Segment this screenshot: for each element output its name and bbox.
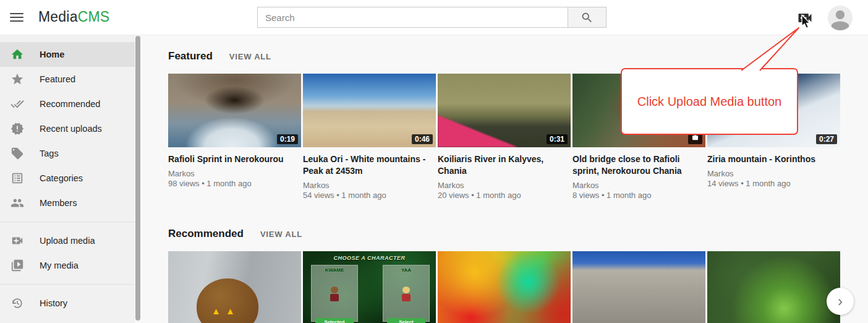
done-all-icon — [11, 97, 24, 111]
video-title[interactable]: Leuka Ori - White mountains - Peak at 24… — [303, 153, 436, 177]
video-thumbnail[interactable] — [572, 251, 705, 323]
video-card: 0:19 Rafioli Sprint in Nerokourou Markos… — [168, 74, 301, 200]
sidebar-scrollbar[interactable] — [135, 36, 140, 321]
video-title[interactable]: Ziria mountain - Korinthos — [707, 153, 840, 165]
game-thumb-panel: KWAME — [311, 265, 358, 322]
sidebar-item-my-media[interactable]: My media — [0, 253, 135, 278]
logo[interactable]: MediaCMS — [38, 9, 109, 25]
sidebar-item-recent-uploads[interactable]: Recent uploads — [0, 116, 135, 141]
video-thumbnail[interactable] — [438, 251, 571, 323]
section-title: Featured — [168, 50, 213, 62]
featured-view-all-link[interactable]: VIEW ALL — [229, 52, 271, 61]
video-title[interactable]: Old bridge close to Rafioli sprint, Nero… — [572, 153, 705, 177]
sidebar-item-label: Members — [40, 198, 77, 208]
video-meta: 14 views • 1 month ago — [707, 179, 840, 189]
sidebar-divider — [0, 284, 135, 285]
video-card: 0:46 Leuka Ori - White mountains - Peak … — [303, 74, 436, 200]
section-title: Recommended — [168, 228, 244, 240]
sidebar-item-featured[interactable]: Featured — [0, 67, 135, 92]
video-author: Markos — [438, 181, 571, 191]
video-thumbnail[interactable]: 0:46 — [303, 74, 436, 147]
video-card — [707, 251, 840, 323]
video-meta: 54 views • 1 month ago — [303, 191, 436, 200]
tag-icon — [11, 147, 24, 160]
chevron-right-icon: › — [838, 293, 843, 310]
sidebar-item-tags[interactable]: Tags — [0, 141, 135, 166]
video-author: Markos — [707, 169, 840, 179]
duration-badge: 0:27 — [816, 134, 837, 144]
search-bar — [257, 7, 606, 28]
video-thumbnail[interactable]: 0:31 — [438, 74, 571, 147]
upload-media-button[interactable] — [796, 9, 815, 25]
sidebar-item-categories[interactable]: Categories — [0, 166, 135, 191]
sidebar-divider — [0, 222, 135, 222]
sidebar-item-members[interactable]: Members — [0, 191, 135, 215]
history-icon — [11, 296, 24, 310]
home-icon — [11, 48, 24, 61]
sidebar-item-home[interactable]: Home — [0, 42, 135, 67]
video-thumbnail[interactable]: CHOOSE A CHARACTER KWAME YAA Selected Se… — [303, 251, 436, 323]
logo-media: Media — [38, 9, 78, 25]
duration-badge: 0:46 — [412, 134, 433, 144]
game-thumb-heading: CHOOSE A CHARACTER — [303, 255, 436, 261]
annotation-text: Click Upload Media button — [637, 95, 781, 109]
sidebar-item-label: Upload media — [40, 236, 95, 246]
carousel-next-button[interactable]: › — [827, 288, 854, 315]
sidebar-item-label: Featured — [40, 74, 75, 84]
video-call-icon — [11, 234, 24, 248]
video-card — [572, 251, 705, 323]
featured-section-header: Featured VIEW ALL — [168, 35, 868, 62]
list-icon — [11, 171, 24, 185]
sidebar: Home Featured Recommended Recent uploads… — [0, 35, 135, 323]
video-thumbnail[interactable] — [707, 251, 840, 323]
video-author: Markos — [303, 181, 436, 191]
menu-toggle-button[interactable] — [10, 11, 23, 24]
star-icon — [11, 72, 24, 86]
people-icon — [11, 196, 24, 210]
sidebar-item-label: Recommended — [40, 99, 100, 109]
search-input[interactable] — [257, 7, 568, 28]
annotation-tooltip: Click Upload Media button — [621, 68, 798, 135]
video-library-icon — [11, 259, 24, 272]
video-card: CHOOSE A CHARACTER KWAME YAA Selected Se… — [303, 251, 436, 323]
sidebar-item-recommended[interactable]: Recommended — [0, 92, 135, 116]
video-thumbnail[interactable]: 0:19 — [168, 74, 301, 147]
sidebar-item-label: Categories — [40, 173, 83, 183]
sidebar-item-label: Home — [40, 50, 64, 59]
video-author: Markos — [168, 169, 301, 179]
search-button[interactable] — [568, 7, 606, 28]
duration-badge: 0:19 — [277, 134, 298, 144]
sidebar-item-label: Tags — [40, 149, 59, 158]
video-title[interactable]: Rafioli Sprint in Nerokourou — [168, 153, 301, 165]
sidebar-item-label: My media — [40, 261, 79, 270]
new-releases-icon — [11, 122, 24, 136]
duration-badge: 0:31 — [547, 134, 568, 144]
video-card — [168, 251, 301, 323]
recommended-view-all-link[interactable]: VIEW ALL — [260, 230, 302, 239]
sidebar-item-label: History — [40, 298, 67, 308]
search-icon — [581, 11, 594, 24]
video-thumbnail[interactable] — [168, 251, 301, 323]
person-icon — [828, 6, 853, 30]
video-meta: 98 views • 1 month ago — [168, 179, 301, 189]
video-title[interactable]: Koiliaris River in Kalyves, Chania — [438, 153, 571, 177]
video-card — [438, 251, 571, 323]
recommended-row: CHOOSE A CHARACTER KWAME YAA Selected Se… — [168, 251, 868, 323]
sidebar-item-upload-media[interactable]: Upload media — [0, 228, 135, 253]
logo-cms: CMS — [78, 9, 110, 25]
video-call-icon — [796, 9, 814, 27]
sidebar-item-history[interactable]: History — [0, 291, 135, 316]
video-author: Markos — [572, 181, 705, 191]
user-avatar-button[interactable] — [828, 6, 853, 30]
video-meta: 8 views • 1 month ago — [572, 191, 705, 200]
header: MediaCMS — [0, 0, 868, 35]
game-thumb-panel: YAA — [383, 265, 430, 322]
video-card: 0:31 Koiliaris River in Kalyves, Chania … — [438, 74, 571, 200]
sidebar-item-label: Recent uploads — [40, 124, 102, 134]
recommended-section-header: Recommended VIEW ALL — [168, 200, 868, 240]
video-meta: 20 views • 1 month ago — [438, 191, 571, 200]
